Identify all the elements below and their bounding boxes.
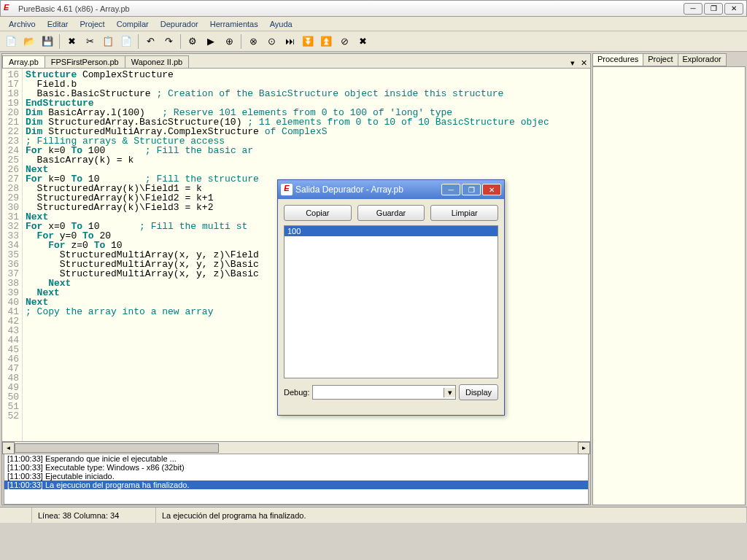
debug-combo[interactable]: ▾ [312, 385, 456, 400]
menu-project[interactable]: Project [74, 18, 110, 30]
horizontal-scrollbar[interactable]: ◄ ► [2, 441, 590, 454]
debug-label: Debug: [284, 388, 309, 397]
display-button[interactable]: Display [459, 384, 498, 400]
window-titlebar: E PureBasic 4.61 (x86) - Array.pb ─ ❐ ✕ [0, 0, 747, 17]
new-file-button[interactable]: 📄 [3, 34, 19, 50]
menu-editar[interactable]: Editar [42, 18, 74, 30]
debugger-icon: E [281, 184, 293, 195]
side-tab-procedures[interactable]: Procedures [592, 53, 643, 66]
debugger-output-item[interactable]: 100 [285, 226, 498, 236]
editor-tabstrip: Array.pbFPSFirstPerson.pbWaponez II.pb▾✕ [2, 54, 590, 69]
menu-herramientas[interactable]: Herramientas [204, 18, 264, 30]
side-tab-project[interactable]: Project [643, 53, 678, 66]
step-out-button[interactable]: ⏫ [318, 34, 334, 50]
side-tabstrip: ProceduresProjectExplorador [592, 53, 746, 66]
log-line[interactable]: [11:00:33] Executable type: Windows - x8… [4, 463, 588, 472]
close-file-button[interactable]: ✖ [63, 34, 80, 50]
tab-close-icon[interactable]: ✕ [578, 58, 590, 68]
status-position: Línea: 38 Columna: 34 [32, 508, 156, 523]
side-tab-explorador[interactable]: Explorador [678, 53, 727, 66]
line-gutter: 16 17 18 19 20 21 22 23 24 25 26 27 28 2… [2, 69, 23, 441]
redo-button[interactable]: ↷ [160, 34, 177, 50]
debugger-output-list[interactable]: 100 [284, 225, 498, 378]
tab-waponez-ii-pb[interactable]: Waponez II.pb [125, 55, 190, 68]
breakpoint-button[interactable]: ⊘ [336, 34, 352, 50]
debugger-guardar-button[interactable]: Guardar [357, 205, 425, 221]
step-into-button[interactable]: ⏬ [300, 34, 316, 50]
maximize-button[interactable]: ❐ [704, 3, 723, 15]
copy-button[interactable]: 📋 [100, 34, 116, 50]
menu-compilar[interactable]: Compilar [111, 18, 155, 30]
undo-button[interactable]: ↶ [142, 34, 158, 50]
compile-button[interactable]: ⚙ [185, 34, 201, 50]
save-file-button[interactable]: 💾 [39, 34, 55, 50]
status-message: La ejecución del programa ha finalizado. [156, 508, 747, 523]
log-line[interactable]: [11:00:33] Esperando que inicie el ejecu… [4, 454, 588, 463]
side-panel: ProceduresProjectExplorador [592, 53, 746, 505]
debugger-titlebar[interactable]: E Salida Depurador - Array.pb ─ ❐ ✕ [278, 180, 504, 199]
tab-array-pb[interactable]: Array.pb [2, 55, 45, 68]
scroll-right-arrow[interactable]: ► [578, 442, 590, 454]
log-line[interactable]: [11:00:33] Ejecutable iniciado. [4, 472, 588, 481]
toolbar: 📄📂💾✖✂📋📄↶↷⚙▶⊕⊗⊙⏭⏬⏫⊘✖ [0, 31, 747, 52]
window-title: PureBasic 4.61 (x86) - Array.pb [18, 4, 684, 13]
output-log[interactable]: [11:00:33] Esperando que inicie el ejecu… [4, 454, 589, 505]
menu-archivo[interactable]: Archivo [3, 18, 42, 30]
menu-depurador[interactable]: Depurador [155, 18, 204, 30]
app-icon: E [4, 3, 15, 15]
stop-debug-button[interactable]: ✖ [355, 34, 371, 50]
open-file-button[interactable]: 📂 [21, 34, 37, 50]
menu-ayuda[interactable]: Ayuda [264, 18, 298, 30]
run-button[interactable]: ⊕ [221, 34, 237, 50]
side-content[interactable] [592, 66, 746, 505]
debug-start-button[interactable]: ⊙ [263, 34, 279, 50]
log-line[interactable]: [11:00:33] La ejecucion del programa ha … [4, 481, 588, 489]
minimize-button[interactable]: ─ [684, 3, 703, 15]
close-button[interactable]: ✕ [724, 3, 743, 15]
scroll-left-arrow[interactable]: ◄ [2, 442, 15, 454]
debugger-close-button[interactable]: ✕ [482, 184, 501, 195]
paste-button[interactable]: 📄 [118, 34, 134, 50]
step-over-button[interactable]: ⏭ [282, 34, 298, 50]
debugger-minimize-button[interactable]: ─ [441, 184, 460, 195]
tab-fpsfirstperson-pb[interactable]: FPSFirstPerson.pb [44, 55, 125, 68]
debugger-maximize-button[interactable]: ❐ [462, 184, 481, 195]
scroll-thumb[interactable] [15, 443, 219, 453]
chevron-down-icon[interactable]: ▾ [444, 388, 455, 397]
debugger-limpiar-button[interactable]: Limpiar [430, 205, 498, 221]
menubar: ArchivoEditarProjectCompilarDepuradorHer… [0, 17, 747, 31]
statusbar: Línea: 38 Columna: 34 La ejecución del p… [0, 507, 747, 523]
debugger-copiar-button[interactable]: Copiar [284, 205, 352, 221]
debugger-title: Salida Depurador - Array.pb [295, 184, 440, 195]
debugger-window[interactable]: E Salida Depurador - Array.pb ─ ❐ ✕ Copi… [277, 179, 505, 416]
tab-dropdown-icon[interactable]: ▾ [568, 58, 578, 68]
stop-button[interactable]: ⊗ [245, 34, 261, 50]
status-cell-0 [0, 508, 32, 523]
cut-button[interactable]: ✂ [82, 34, 98, 50]
compile-run-button[interactable]: ▶ [203, 34, 219, 50]
